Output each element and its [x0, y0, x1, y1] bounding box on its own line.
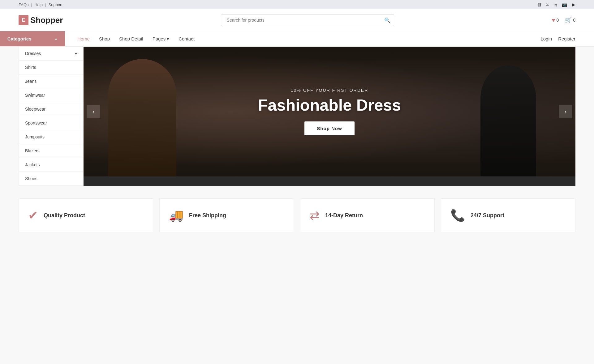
- sidebar-label-jackets: Jackets: [25, 162, 40, 167]
- sidebar: Dresses ▾ Shirts Jeans Swimwear Sleepwea…: [19, 47, 84, 186]
- sidebar-label-blazers: Blazers: [25, 148, 40, 153]
- main-container: Dresses ▾ Shirts Jeans Swimwear Sleepwea…: [0, 47, 594, 186]
- nav-shop-detail[interactable]: Shop Detail: [119, 36, 143, 41]
- chevron-down-icon: [54, 36, 58, 41]
- hero-image: 10% OFF YOUR FIRST ORDER Fashionable Dre…: [84, 47, 575, 176]
- wishlist-count: 0: [556, 18, 559, 23]
- header: E Shopper 🔍 ♥ 0 🛒 0: [0, 9, 594, 31]
- quality-icon: ✔: [28, 209, 38, 222]
- feature-support-label: 24/7 Support: [471, 212, 504, 219]
- feature-quality-label: Quality Product: [44, 212, 85, 219]
- heart-icon: ♥: [552, 17, 555, 23]
- nav-shop[interactable]: Shop: [99, 36, 110, 41]
- sidebar-label-jeans: Jeans: [25, 79, 37, 84]
- wishlist-button[interactable]: ♥ 0: [552, 17, 559, 23]
- search-bar: 🔍: [221, 14, 394, 26]
- sidebar-label-sportswear: Sportswear: [25, 121, 47, 125]
- return-icon: ⇄: [310, 209, 320, 222]
- sidebar-label-swimwear: Swimwear: [25, 93, 45, 98]
- feature-shipping-label: Free Shipping: [189, 212, 226, 219]
- nav-contact[interactable]: Contact: [179, 36, 195, 41]
- facebook-icon[interactable]: f: [538, 2, 541, 7]
- header-actions: ♥ 0 🛒 0: [552, 17, 575, 23]
- top-bar-links: FAQs | Help | Support: [19, 2, 62, 7]
- sidebar-item-sleepwear[interactable]: Sleepwear: [19, 102, 83, 116]
- feature-return: ⇄ 14-Day Return: [300, 198, 435, 232]
- linkedin-icon[interactable]: in: [553, 2, 557, 7]
- instagram-icon[interactable]: 📷: [562, 2, 567, 7]
- sidebar-item-shoes[interactable]: Shoes: [19, 172, 83, 186]
- feature-shipping: 🚚 Free Shipping: [159, 198, 294, 232]
- hero-title: Fashionable Dress: [252, 96, 407, 114]
- search-input[interactable]: [221, 14, 394, 26]
- categories-label: Categories: [7, 36, 32, 41]
- sidebar-item-jumpsuits[interactable]: Jumpsuits: [19, 130, 83, 144]
- social-icons: f 𝕏 in 📷 ▶: [538, 2, 575, 7]
- sidebar-item-shirts[interactable]: Shirts: [19, 61, 83, 74]
- chevron-down-dresses-icon: ▾: [75, 51, 77, 56]
- sep1: |: [31, 2, 33, 7]
- help-link[interactable]: Help: [34, 2, 43, 7]
- hero-prev-button[interactable]: ‹: [87, 105, 100, 118]
- nav-links: Home Shop Shop Detail Pages ▾ Contact: [65, 36, 540, 42]
- hero-content: 10% OFF YOUR FIRST ORDER Fashionable Dre…: [252, 88, 407, 135]
- cart-button[interactable]: 🛒 0: [565, 17, 575, 23]
- nav-auth: Login Register: [540, 36, 575, 41]
- feature-support: 📞 24/7 Support: [441, 198, 575, 232]
- sep2: |: [45, 2, 47, 7]
- support-link[interactable]: Support: [49, 2, 63, 7]
- register-link[interactable]: Register: [558, 36, 575, 41]
- top-bar: FAQs | Help | Support f 𝕏 in 📷 ▶: [0, 0, 594, 9]
- logo-name: Shopper: [30, 15, 63, 25]
- sidebar-label-jumpsuits: Jumpsuits: [25, 134, 45, 139]
- hero-next-button[interactable]: ›: [559, 105, 572, 118]
- youtube-icon[interactable]: ▶: [572, 2, 575, 7]
- sidebar-item-swimwear[interactable]: Swimwear: [19, 88, 83, 102]
- search-icon: 🔍: [384, 18, 390, 23]
- sidebar-item-jeans[interactable]: Jeans: [19, 74, 83, 88]
- nav-pages[interactable]: Pages ▾: [153, 36, 170, 42]
- shipping-icon: 🚚: [169, 209, 183, 222]
- logo[interactable]: E Shopper: [19, 15, 63, 25]
- sidebar-label-shoes: Shoes: [25, 176, 37, 181]
- hero-cta-button[interactable]: Shop Now: [304, 121, 354, 135]
- hero-slider: 10% OFF YOUR FIRST ORDER Fashionable Dre…: [84, 47, 575, 186]
- nav-pages-label: Pages: [153, 36, 166, 41]
- hero-figure-right: [480, 65, 536, 176]
- hero-figure-left: [108, 59, 176, 176]
- sidebar-label-sleepwear: Sleepwear: [25, 107, 45, 112]
- sidebar-item-jackets[interactable]: Jackets: [19, 158, 83, 172]
- nav-home[interactable]: Home: [77, 36, 90, 41]
- sidebar-label-shirts: Shirts: [25, 65, 36, 70]
- features-section: ✔ Quality Product 🚚 Free Shipping ⇄ 14-D…: [0, 186, 594, 245]
- cart-count: 0: [573, 18, 575, 23]
- login-link[interactable]: Login: [540, 36, 552, 41]
- categories-button[interactable]: Categories: [0, 31, 65, 46]
- feature-quality: ✔ Quality Product: [19, 198, 153, 232]
- search-button[interactable]: 🔍: [384, 17, 390, 23]
- faqs-link[interactable]: FAQs: [19, 2, 29, 7]
- sidebar-item-sportswear[interactable]: Sportswear: [19, 116, 83, 130]
- logo-icon: E: [19, 15, 28, 25]
- cart-icon: 🛒: [565, 17, 572, 23]
- sidebar-item-blazers[interactable]: Blazers: [19, 144, 83, 158]
- sidebar-label-dresses: Dresses: [25, 51, 41, 56]
- sidebar-item-dresses[interactable]: Dresses ▾: [19, 47, 83, 61]
- pages-dropdown-icon: ▾: [167, 36, 169, 42]
- nav-bar: Categories Home Shop Shop Detail Pages ▾…: [0, 31, 594, 47]
- hero-subtitle: 10% OFF YOUR FIRST ORDER: [252, 88, 407, 93]
- feature-return-label: 14-Day Return: [325, 212, 363, 219]
- support-icon: 📞: [450, 209, 465, 222]
- twitter-icon[interactable]: 𝕏: [545, 2, 549, 7]
